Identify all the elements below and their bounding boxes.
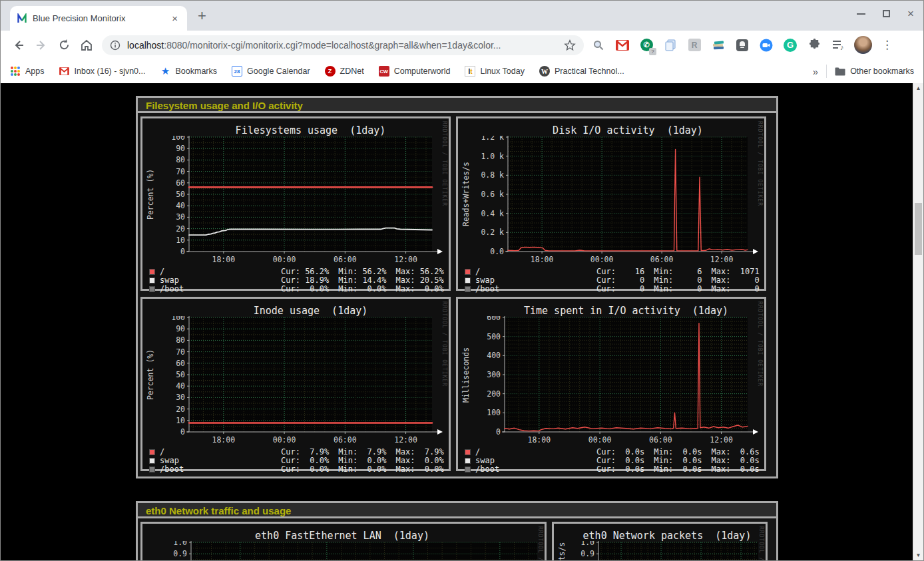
eth0-packets-chart[interactable]: 1.00.9 [554,541,770,560]
bookmark-zdnet[interactable]: Z ZDNet [325,66,364,77]
io-time-chart[interactable]: 18:0000:0006:0012:000100200300400500600 [458,316,768,449]
puzzle-extensions-icon[interactable] [806,37,823,54]
svg-text:0.0: 0.0 [490,247,504,256]
graph-title: Disk I/O activity (1day) [508,124,748,136]
scroll-up-icon[interactable]: ▲ [913,85,923,91]
books-extension-icon[interactable] [710,37,727,54]
home-button[interactable] [75,34,98,57]
legend-stat-label: Min: [338,465,357,474]
legend-stat-value: 0.0% [300,465,329,474]
browser-tab[interactable]: Blue Precision Monitorix × [10,6,187,31]
svg-text:18:00: 18:00 [528,435,551,445]
bookmark-google-calendar[interactable]: 28 Google Calendar [232,66,310,77]
graph-panel-io-time[interactable]: Time spent in I/O activity (1day) Millis… [456,297,766,471]
graph-title: eth0 Network packets (1day) [574,530,760,542]
svg-text:60: 60 [176,359,185,368]
gmail-extension-icon[interactable] [614,37,631,54]
maximize-icon[interactable] [883,10,890,17]
legend-stat-value: 0.0% [415,285,443,293]
page-info-icon[interactable] [110,40,120,51]
bookmark-label: Practical Technol... [555,67,624,76]
r-extension-icon[interactable]: R [686,37,703,54]
svg-text:100: 100 [487,408,501,417]
close-icon[interactable]: × [907,10,914,17]
svg-text:0.9: 0.9 [173,549,187,558]
svg-text:12:00: 12:00 [710,435,733,445]
minimize-icon[interactable] [857,13,865,15]
svg-text:500: 500 [487,332,501,341]
svg-text:600: 600 [487,316,501,322]
legend-stat-value: 0 [616,285,644,293]
phone-extension-icon[interactable]: ✆ ? [638,37,655,54]
graph-panel-eth0-packets[interactable]: eth0 Network packets (1day) Packets/s 1.… [552,522,768,560]
graph-title: Filesystems usage (1day) [189,124,432,136]
svg-text:0.2 k: 0.2 k [481,228,504,237]
legend-stat-label: Cur: [596,465,616,474]
back-button[interactable] [7,34,30,57]
svg-text:60: 60 [176,178,185,188]
svg-text:00:00: 00:00 [273,255,296,264]
svg-text:50: 50 [176,190,185,199]
graph-panel-disk-io[interactable]: Disk I/O activity (1day) Reads+Writes/s … [456,116,766,291]
filesystems-usage-chart[interactable]: 18:0000:0006:0012:0001020304050607080901… [142,136,453,269]
inode-usage-chart[interactable]: 18:0000:0006:0012:0001020304050607080901… [142,316,453,449]
scrollbar-thumb[interactable] [915,203,922,255]
grammarly-extension-icon[interactable]: G [782,37,799,54]
rrdtool-branding: RRDTOOL / TOBI OETIKER [537,526,543,560]
address-bar[interactable]: localhost:8080/monitorix-cgi/monitorix.c… [102,35,584,55]
bookmark-practical-technology[interactable]: W Practical Technol... [539,66,624,77]
legend-series-name: /boot [475,465,587,474]
url-text[interactable]: localhost:8080/monitorix-cgi/monitorix.c… [127,40,564,51]
bookmark-bookmarks[interactable]: ★ Bookmarks [160,66,218,77]
rrdtool-branding: RRDTOOL / TOBI OETIKER [757,301,763,387]
star-icon: ★ [160,66,171,77]
scroll-down-icon[interactable]: ▼ [913,552,923,558]
svg-text:06:00: 06:00 [650,255,674,264]
apps-shortcut[interactable]: Apps [10,66,45,77]
graph-row: Filesystems usage (1day) Percent (%) 18:… [138,116,776,291]
legend-stat-label: Min: [654,285,673,293]
profile-avatar[interactable] [854,36,872,54]
graph-panel-eth0-lan[interactable]: eth0 FastEthernet LAN (1day) 1.00.90.80.… [140,522,547,560]
svg-text:40: 40 [176,201,185,210]
other-bookmarks[interactable]: Other bookmarks [835,66,914,77]
playlist-extension-icon[interactable]: ♪ [829,37,847,54]
bookmark-star-icon[interactable] [564,39,576,51]
svg-text:10: 10 [176,236,185,245]
section-header: eth0 Network traffic and usage [138,503,776,518]
forward-button[interactable] [30,34,53,57]
bookmark-computerworld[interactable]: CW Computerworld [379,66,451,77]
graph-panel-inode-usage[interactable]: Inode usage (1day) Percent (%) 18:0000:0… [140,297,451,471]
reload-button[interactable] [53,34,75,57]
legend-swatch [149,458,155,464]
browser-window: Blue Precision Monitorix × + × loc [0,0,924,561]
folder-icon [835,66,845,77]
eth0-lan-chart[interactable]: 1.00.90.80.7 [142,541,549,560]
bell-extension-icon[interactable] [734,37,751,54]
graph-legend: /Cur:7.9%Min:7.9%Max:7.9%swapCur:0.0%Min… [149,448,445,474]
legend-swatch [149,286,155,292]
copy-pages-extension-icon[interactable] [662,37,679,54]
svg-text:20: 20 [176,224,185,234]
tab-close-icon[interactable]: × [169,13,180,24]
svg-text:50: 50 [176,370,185,379]
svg-text:1.0: 1.0 [580,541,594,547]
vertical-scrollbar[interactable]: ▲ ▼ [913,83,923,560]
graph-title: Time spent in I/O activity (1day) [505,305,748,317]
svg-text:06:00: 06:00 [334,435,357,445]
bookmark-label: Bookmarks [176,67,218,76]
rrdtool-branding: RRDTOOL / TOBI OETIKER [441,301,447,387]
search-extension-icon[interactable] [590,37,607,54]
tab-strip: Blue Precision Monitorix × + × [1,1,923,31]
disk-io-chart[interactable]: 18:0000:0006:0012:000.00.2 k0.4 k0.6 k0.… [458,136,768,269]
bookmark-linux-today[interactable]: lt Linux Today [465,66,525,77]
bookmarks-overflow-chevron[interactable]: » [813,66,818,77]
section-header: Filesystem usage and I/O activity [138,98,776,113]
browser-menu-icon[interactable]: ⋮ [881,38,893,52]
bookmark-inbox[interactable]: Inbox (16) - sjvn0... [59,66,146,77]
svg-text:70: 70 [176,347,185,357]
svg-text:80: 80 [176,155,185,164]
zoom-extension-icon[interactable] [758,37,775,54]
new-tab-button[interactable]: + [198,7,206,25]
graph-panel-filesystems-usage[interactable]: Filesystems usage (1day) Percent (%) 18:… [140,116,451,291]
